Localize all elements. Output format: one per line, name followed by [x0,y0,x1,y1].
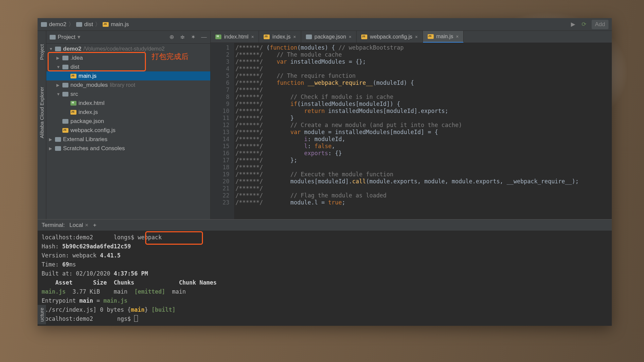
title-bar-actions: ▶ ⟳ Add [570,20,608,29]
breadcrumb-item[interactable]: demo2 [41,21,66,28]
expander-icon[interactable]: ▼ [56,92,60,97]
editor-area: index.html×index.js×package.json×webpack… [211,31,612,219]
close-icon[interactable]: × [251,34,254,40]
tool-tab-structure[interactable]: ucture [38,305,46,324]
editor-tab[interactable]: index.html× [211,31,259,43]
ide-window: demo2〉dist〉main.js ▶ ⟳ Add Project Aliba… [38,18,612,326]
expander-icon[interactable]: ▶ [49,137,53,142]
folder-icon [62,83,68,87]
tool-window-bar-left: Project Alibaba Cloud Explorer [38,31,46,219]
project-icon [50,35,56,40]
settings-icon[interactable]: ✶ [190,34,196,40]
tree-item[interactable]: package.json [46,117,210,126]
close-icon[interactable]: × [415,34,418,40]
locate-icon[interactable]: ⊕ [169,34,175,40]
folder-icon [76,22,82,27]
folder-icon [55,47,61,51]
js-icon [361,35,367,39]
editor-tab[interactable]: index.js× [259,31,301,43]
tree-item[interactable]: index.js [46,108,210,117]
breadcrumb[interactable]: demo2〉dist〉main.js [41,20,129,28]
folder-icon [62,56,68,60]
line-gutter: 1234567891011121314151617181920212223 [211,43,234,219]
chevron-down-icon[interactable]: ▾ [77,34,80,41]
json-icon [306,35,312,39]
annotation-text: 打包完成后 [152,52,189,62]
js-icon [70,74,76,78]
terminal-tool-window: Terminal: Local × + localhost:demo2 long… [38,219,612,326]
close-icon[interactable]: × [293,34,296,40]
expander-icon[interactable]: ▶ [56,56,60,60]
close-icon[interactable]: × [85,222,89,229]
terminal-output[interactable]: localhost:demo2 longs$ webpackHash: 5b90… [38,231,612,326]
tree-item[interactable]: webpack.config.js [46,126,210,135]
editor-tab[interactable]: package.json× [301,31,357,43]
breadcrumb-item[interactable]: dist [76,21,93,28]
folder-icon [62,65,68,69]
terminal-add-tab[interactable]: + [93,222,97,229]
run-target-icon[interactable]: ▶ [570,21,576,27]
title-bar: demo2〉dist〉main.js ▶ ⟳ Add [38,18,612,31]
html-icon [215,35,221,39]
breadcrumb-item[interactable]: main.js [103,21,129,28]
expander-icon[interactable]: ▶ [49,146,53,151]
terminal-tab-local[interactable]: Local × [69,222,89,229]
tree-item[interactable]: index.html [46,99,210,108]
code-lines[interactable]: /******/ (function(modules) { // webpack… [234,43,612,219]
html-icon [70,101,76,106]
folder-icon [62,92,68,97]
js-icon [264,35,270,39]
terminal-tabs: Terminal: Local × + [38,220,612,231]
expander-icon[interactable]: ▶ [56,83,60,87]
editor-tab[interactable]: webpack.config.js× [357,31,423,43]
expand-all-icon[interactable]: ≑ [179,34,185,40]
lib-icon [55,137,61,142]
add-button[interactable]: Add [592,20,608,29]
project-tree[interactable]: ▼demo2 /Volumes/code/react-study/demo2▶.… [46,44,210,219]
js-icon [428,34,434,39]
build-icon[interactable]: ⟳ [581,21,587,27]
folder-icon [41,22,47,27]
tree-item[interactable]: ▶Scratches and Consoles [46,144,210,153]
tree-item[interactable]: main.js [46,71,210,80]
tool-tab-project[interactable]: Project [39,44,45,60]
tree-item[interactable]: ▶External Libraries [46,135,210,144]
code-editor[interactable]: 1234567891011121314151617181920212223 /*… [211,43,612,219]
close-icon[interactable]: × [349,34,352,40]
expander-icon[interactable]: ▼ [49,47,53,51]
project-header: Project ▾ ⊕ ≑ ✶ — [46,31,210,44]
expander-icon[interactable]: ▼ [56,65,60,69]
editor-tabs: index.html×index.js×package.json×webpack… [211,31,612,43]
tool-tab-alibaba-explorer[interactable]: Alibaba Cloud Explorer [39,87,45,138]
js-icon [70,110,76,115]
scratch-icon [55,146,61,151]
hide-panel-icon[interactable]: — [201,34,207,40]
js-icon [103,22,109,27]
project-title: Project [58,34,75,41]
json-icon [62,119,68,124]
tree-item[interactable]: ▶node_modules library root [46,80,210,89]
tree-item[interactable]: ▼src [46,89,210,99]
terminal-label: Terminal: [42,222,65,229]
js-icon [62,128,68,133]
tree-item[interactable]: ▼dist [46,62,210,71]
editor-tab[interactable]: main.js× [423,31,464,43]
close-icon[interactable]: × [456,34,459,39]
